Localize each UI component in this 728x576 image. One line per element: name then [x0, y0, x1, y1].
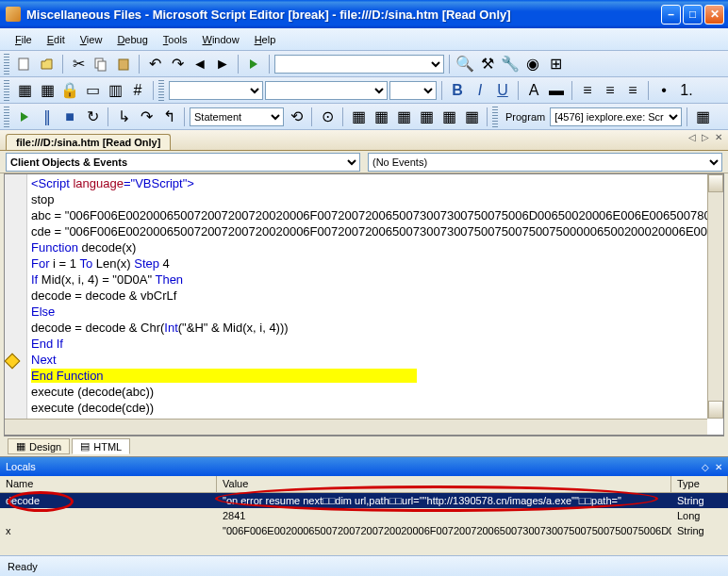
step-into-button[interactable]: ↳	[113, 107, 134, 127]
nav-back-button[interactable]: ◄	[190, 54, 210, 74]
html-tab[interactable]: ▤HTML	[72, 438, 130, 454]
grip-icon[interactable]	[492, 107, 498, 127]
dbg-btn5[interactable]: ▦	[438, 107, 459, 127]
col-header-type[interactable]: Type	[671, 476, 728, 492]
grip-icon[interactable]	[158, 80, 164, 101]
play-icon	[250, 59, 257, 69]
align-left-button[interactable]: ≡	[577, 80, 598, 101]
title-bar: Miscellaneous Files - Microsoft Script E…	[0, 0, 728, 28]
design-tab[interactable]: ▦Design	[8, 438, 70, 454]
undo-button[interactable]: ↶	[144, 54, 165, 74]
debug-restart-button[interactable]: ↻	[82, 107, 103, 127]
menu-bar: File Edit View Debug Tools Window Help	[0, 28, 728, 51]
tb2-btn1[interactable]: ▦	[14, 80, 35, 101]
find-button[interactable]: 🔍	[455, 54, 475, 74]
tb2-btn5[interactable]: ▥	[105, 80, 125, 101]
toolbox2-button[interactable]: ⊞	[545, 54, 566, 74]
locals-row[interactable]: 2841 Long	[0, 508, 728, 523]
align-right-button[interactable]: ≡	[622, 80, 643, 101]
start-button[interactable]	[243, 54, 264, 74]
code-gutter[interactable]	[5, 174, 27, 435]
align-center-button[interactable]: ≡	[600, 80, 620, 101]
maximize-button[interactable]: □	[683, 5, 703, 25]
locals-close-button[interactable]: ✕	[715, 462, 722, 472]
dbg-btn6[interactable]: ▦	[461, 107, 482, 127]
properties-button[interactable]: 🔧	[500, 54, 521, 74]
tab-close-button[interactable]: ✕	[715, 132, 722, 142]
tb2-btn3[interactable]: 🔒	[59, 80, 80, 101]
step-out-button[interactable]: ↰	[158, 107, 179, 127]
breakpoints-button[interactable]: ⊙	[317, 107, 338, 127]
close-button[interactable]: ✕	[704, 5, 724, 25]
underline-button[interactable]: U	[492, 80, 513, 101]
object-browser-button[interactable]: ◉	[522, 54, 543, 74]
tb2-btn4[interactable]: ▭	[82, 80, 103, 101]
object-dropdown[interactable]: Client Objects & Events	[6, 153, 360, 172]
menu-window[interactable]: Window	[195, 31, 247, 48]
code-editor[interactable]: <Script language="VBScript"> stop abc = …	[4, 173, 724, 436]
fontcolor-button[interactable]: A	[523, 80, 544, 101]
vertical-scrollbar[interactable]	[707, 174, 723, 419]
locals-var-value: "on error resume next□□dim url,path□□url…	[217, 495, 671, 506]
tb2-btn2[interactable]: ▦	[37, 80, 58, 101]
grip-icon[interactable]	[4, 107, 9, 127]
menu-file[interactable]: File	[8, 31, 40, 48]
copy-button[interactable]	[91, 54, 111, 74]
minimize-button[interactable]: –	[661, 5, 681, 25]
hex-button[interactable]: ⟲	[286, 107, 306, 127]
menu-edit[interactable]: Edit	[40, 31, 73, 48]
code-content[interactable]: <Script language="VBScript"> stop abc = …	[31, 176, 706, 417]
grip-icon[interactable]	[4, 80, 9, 101]
program-combo[interactable]: [4576] iexplore.exe: Scr	[550, 107, 682, 126]
menu-debug[interactable]: Debug	[109, 31, 155, 48]
dbg-btn4[interactable]: ▦	[416, 107, 437, 127]
col-header-value[interactable]: Value	[217, 476, 671, 492]
document-tab[interactable]: file:///D:/sina.htm [Read Only]	[6, 134, 171, 150]
debug-start-button[interactable]	[14, 107, 35, 127]
toolbox-button[interactable]: ⚒	[477, 54, 498, 74]
col-header-name[interactable]: Name	[0, 476, 217, 492]
locals-pin-button[interactable]: ◇	[702, 462, 709, 472]
locals-var-name: x	[0, 525, 217, 536]
tb2-btn6[interactable]: #	[127, 80, 148, 101]
dbg-btn1[interactable]: ▦	[348, 107, 369, 127]
statement-combo[interactable]: Statement	[190, 107, 284, 126]
bold-button[interactable]: B	[447, 80, 468, 101]
menu-help[interactable]: Help	[247, 31, 284, 48]
dbg-btn3[interactable]: ▦	[393, 107, 414, 127]
toolbar-1: ✂ ↶ ↷ ◄ ► 🔍 ⚒ 🔧 ◉ ⊞	[0, 51, 728, 77]
font-combo[interactable]	[265, 81, 388, 100]
redo-button[interactable]: ↷	[167, 54, 188, 74]
new-project-button[interactable]	[14, 54, 35, 74]
nav-fwd-button[interactable]: ►	[212, 54, 233, 74]
dbg-btn2[interactable]: ▦	[371, 107, 391, 127]
toolbar-2: ▦ ▦ 🔒 ▭ ▥ # B I U A ▬ ≡ ≡ ≡ • 1.	[0, 77, 728, 104]
style-combo[interactable]	[169, 81, 263, 100]
debug-pause-button[interactable]: ‖	[37, 107, 58, 127]
numbering-button[interactable]: 1.	[676, 80, 697, 101]
locals-row[interactable]: decode "on error resume next□□dim url,pa…	[0, 493, 728, 508]
fontsize-combo[interactable]	[389, 81, 437, 100]
italic-button[interactable]: I	[470, 80, 490, 101]
find-combo[interactable]	[274, 55, 444, 74]
stack-frame-button[interactable]: ▦	[692, 107, 713, 127]
grip-icon[interactable]	[4, 54, 9, 74]
cut-button[interactable]: ✂	[68, 54, 89, 74]
tab-next-button[interactable]: ▷	[702, 132, 709, 142]
svg-rect-2	[98, 61, 106, 71]
paste-button[interactable]	[113, 54, 134, 74]
menu-view[interactable]: View	[73, 31, 110, 48]
locals-var-type: String	[671, 525, 728, 536]
horizontal-scrollbar[interactable]	[5, 419, 707, 435]
locals-row[interactable]: x "006F006E002000650072007200720020006F0…	[0, 523, 728, 538]
debug-stop-button[interactable]: ■	[59, 107, 80, 127]
step-over-button[interactable]: ↷	[136, 107, 157, 127]
locals-row[interactable]	[0, 538, 728, 555]
bullets-button[interactable]: •	[654, 80, 674, 101]
menu-tools[interactable]: Tools	[156, 31, 195, 48]
open-button[interactable]	[37, 54, 58, 74]
tab-prev-button[interactable]: ◁	[688, 132, 696, 142]
event-dropdown[interactable]: (No Events)	[368, 153, 722, 172]
locals-var-type: Long	[671, 510, 728, 521]
bgcolor-button[interactable]: ▬	[546, 80, 567, 101]
